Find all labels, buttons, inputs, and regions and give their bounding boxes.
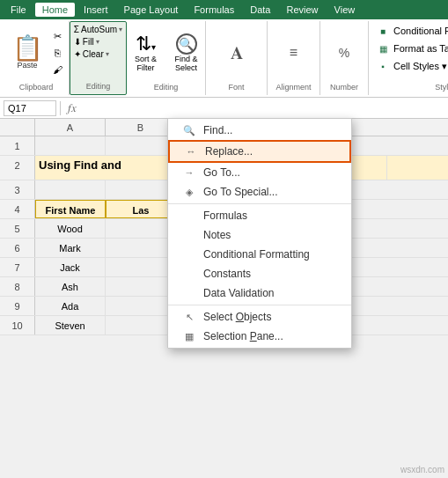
menu-bar: File Home Insert Page Layout Formulas Da… <box>0 0 448 19</box>
cell-styles-button[interactable]: ▪ Cell Styles ▾ <box>374 58 448 74</box>
row-header-1: 1 <box>0 136 35 155</box>
cell-b7[interactable] <box>106 258 176 276</box>
cell-a7[interactable]: Jack <box>35 258 106 276</box>
selection-pane-label: Selection Pane... <box>203 330 337 342</box>
sort-filter-label: Sort &Filter <box>135 55 157 72</box>
clear-arrow: ▾ <box>106 50 109 58</box>
data-validation-item[interactable]: Data Validation <box>168 283 351 303</box>
cell-a1[interactable] <box>35 136 106 155</box>
autosum-arrow: ▾ <box>119 26 122 33</box>
goto-special-label: Go To Special... <box>203 186 337 198</box>
paste-button[interactable]: 📋 Paste <box>7 34 48 71</box>
cell-b10[interactable] <box>106 316 176 335</box>
constants-item[interactable]: Constants <box>168 264 351 283</box>
goto-icon: → <box>182 167 196 178</box>
replace-item[interactable]: ↔ Replace... <box>168 140 351 163</box>
replace-label: Replace... <box>205 145 335 158</box>
conditional-formatting-label: Conditional Formatting ▾ <box>393 26 448 37</box>
notes-item[interactable]: Notes <box>168 225 351 245</box>
menu-view[interactable]: View <box>327 3 363 17</box>
row-header-7: 7 <box>0 258 35 276</box>
replace-icon: ↔ <box>184 146 198 157</box>
font-group: 𝐀 Font <box>206 21 268 95</box>
find-select-icon: 🔍 <box>176 33 197 55</box>
name-box[interactable] <box>4 100 56 116</box>
menu-formulas[interactable]: Formulas <box>187 3 241 17</box>
menu-review[interactable]: Review <box>279 3 325 17</box>
cond-fmt-label: Conditional Formatting <box>203 248 337 261</box>
cell-a10[interactable]: Steven <box>35 316 106 335</box>
row-header-4: 4 <box>0 200 35 218</box>
sort-filter-icon: ⇅▾ <box>136 33 156 55</box>
goto-item[interactable]: → Go To... <box>168 163 351 182</box>
copy-button[interactable]: ⎘ <box>50 45 66 61</box>
clipboard-actions: ✂ ⎘ 🖌 <box>50 28 66 77</box>
editing-group-content: Σ AutoSum ▾ ⬇ Fill ▾ ✦ Clear ▾ <box>71 24 125 82</box>
formulas-item[interactable]: Formulas <box>168 206 351 225</box>
fill-button[interactable]: ⬇ Fill ▾ <box>71 36 102 48</box>
menu-file[interactable]: File <box>4 3 33 17</box>
cell-a9[interactable]: Ada <box>35 297 106 315</box>
cell-a4[interactable]: First Name <box>35 200 106 218</box>
editing-label: Editing <box>86 82 111 92</box>
format-painter-button[interactable]: 🖌 <box>50 62 66 77</box>
cell-b1[interactable] <box>106 136 176 155</box>
menu-page-layout[interactable]: Page Layout <box>117 3 186 17</box>
find-select-button[interactable]: 🔍 Find &Select <box>169 30 204 76</box>
cell-b8[interactable] <box>106 277 176 296</box>
autosum-label: AutoSum <box>81 25 117 34</box>
paste-label: Paste <box>17 61 37 70</box>
cell-a8[interactable]: Ash <box>35 277 106 296</box>
styles-group: ■ Conditional Formatting ▾ ▦ Format as T… <box>369 21 448 95</box>
conditional-formatting-item[interactable]: Conditional Formatting <box>168 245 351 264</box>
select-objects-item[interactable]: ↖ Select Objects <box>168 307 351 327</box>
fill-icon: ⬇ <box>74 37 81 47</box>
cell-b6[interactable] <box>106 239 176 257</box>
number-group-content: % <box>339 23 349 83</box>
cell-a3[interactable] <box>35 180 106 199</box>
cell-b9[interactable] <box>106 297 176 315</box>
sort-find-group: ⇅▾ Sort &Filter 🔍 Find &Select Editing <box>127 21 206 95</box>
sort-find-group-label: Editing <box>154 83 179 93</box>
find-item[interactable]: 🔍 Find... <box>168 121 351 140</box>
clear-label: Clear <box>83 49 104 59</box>
dropdown-section-2: Formulas Notes Conditional Formatting Co… <box>168 204 351 305</box>
cell-b5[interactable] <box>106 219 176 238</box>
conditional-formatting-icon: ■ <box>376 24 390 38</box>
formula-input[interactable] <box>84 103 444 114</box>
number-icon: % <box>339 46 349 60</box>
autosum-button[interactable]: Σ AutoSum ▾ <box>71 24 125 35</box>
cell-b3[interactable] <box>106 180 176 199</box>
goto-special-item[interactable]: ◈ Go To Special... <box>168 182 351 202</box>
editing-group: Σ AutoSum ▾ ⬇ Fill ▾ ✦ Clear ▾ Editing <box>70 21 127 95</box>
clipboard-group: 📋 Paste ✂ ⎘ 🖌 Clipboard <box>4 21 70 95</box>
font-group-content: 𝐀 <box>231 23 243 83</box>
menu-insert[interactable]: Insert <box>77 3 115 17</box>
styles-content: ■ Conditional Formatting ▾ ▦ Format as T… <box>374 23 448 74</box>
paste-icon: 📋 <box>12 36 43 61</box>
select-objects-icon: ↖ <box>182 312 196 323</box>
watermark: wsxdn.com <box>400 465 444 474</box>
row-header-3: 3 <box>0 180 35 199</box>
clipboard-group-content: 📋 Paste ✂ ⎘ 🖌 <box>7 23 66 83</box>
cell-b4[interactable]: Las <box>106 200 176 218</box>
goto-label: Go To... <box>203 166 337 179</box>
goto-special-icon: ◈ <box>182 187 196 198</box>
cell-a5[interactable]: Wood <box>35 219 106 238</box>
row-header-6: 6 <box>0 239 35 257</box>
alignment-label: Alignment <box>275 83 311 93</box>
cut-button[interactable]: ✂ <box>50 28 66 44</box>
cell-a6[interactable]: Mark <box>35 239 106 257</box>
fill-arrow: ▾ <box>96 38 99 46</box>
data-validation-label: Data Validation <box>203 287 337 299</box>
selection-pane-item[interactable]: ▦ Selection Pane... <box>168 327 351 346</box>
menu-data[interactable]: Data <box>243 3 277 17</box>
sort-filter-button[interactable]: ⇅▾ Sort &Filter <box>129 30 164 76</box>
format-as-table-button[interactable]: ▦ Format as Table ▾ <box>374 40 448 56</box>
alignment-group-content: ≡ <box>290 23 297 83</box>
select-objects-label: Select Objects <box>203 311 337 323</box>
menu-home[interactable]: Home <box>35 3 75 17</box>
formula-bar: 𝑓𝑥 <box>0 98 448 119</box>
conditional-formatting-button[interactable]: ■ Conditional Formatting ▾ <box>374 23 448 39</box>
clear-button[interactable]: ✦ Clear ▾ <box>71 48 112 60</box>
